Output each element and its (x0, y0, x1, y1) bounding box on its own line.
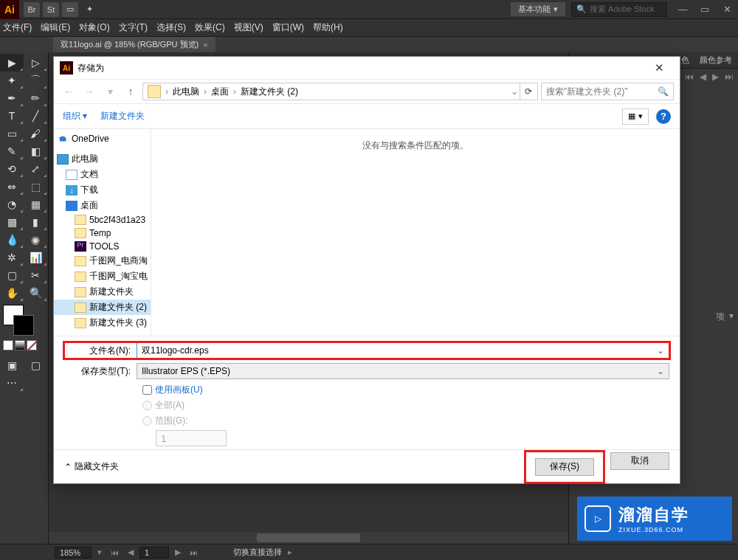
menu-window[interactable]: 窗口(W) (272, 21, 304, 34)
magic-wand-tool[interactable]: ✦ (0, 72, 24, 89)
panel-nav-last-icon[interactable]: ⏭ (725, 72, 734, 82)
tree-folder[interactable]: PrTOOLS (54, 240, 151, 253)
use-artboards-checkbox[interactable]: 使用画板(U) (142, 384, 669, 396)
organize-button[interactable]: 组织 ▾ (63, 110, 87, 122)
graph-tool[interactable]: 📊 (24, 249, 47, 266)
stock-button[interactable]: St (43, 2, 59, 17)
cancel-button[interactable]: 取消 (610, 452, 669, 470)
eraser-tool[interactable]: ◧ (24, 142, 47, 160)
dialog-close-button[interactable]: ✕ (644, 61, 674, 75)
tree-folder[interactable]: 千图网_电商淘 (54, 253, 151, 269)
symbol-sprayer-tool[interactable]: ✲ (0, 249, 24, 266)
menu-effect[interactable]: 效果(C) (195, 21, 225, 34)
perspective-tool[interactable]: ▦ (24, 196, 47, 213)
rotate-tool[interactable]: ⟲ (0, 160, 24, 178)
tree-folder-selected[interactable]: 新建文件夹 (2) (54, 300, 151, 315)
nav-up-button[interactable]: ↑ (122, 83, 139, 100)
breadcrumb-desktop[interactable]: 桌面 (208, 86, 232, 98)
stock-search-input[interactable]: 🔍搜索 Adobe Stock (571, 2, 667, 17)
screen-mode-full[interactable]: ▢ (24, 356, 47, 374)
document-tab[interactable]: 双11logo.ai @ 185% (RGB/GPU 预览) × (53, 37, 215, 52)
eyedropper-tool[interactable]: 💧 (0, 231, 24, 249)
chevron-right-icon[interactable]: › (202, 86, 208, 97)
panel-menu-icon[interactable]: ▾ (729, 311, 734, 323)
tree-folder[interactable]: Temp (54, 227, 151, 240)
gradient-tool[interactable]: ▮ (24, 213, 47, 231)
new-folder-button[interactable]: 新建文件夹 (100, 110, 145, 122)
workspace-dropdown[interactable]: 基本功能▾ (511, 2, 565, 16)
rectangle-tool[interactable]: ▭ (0, 125, 24, 142)
arrange-button[interactable]: ▭ (62, 2, 78, 17)
hand-tool[interactable]: ✋ (0, 284, 24, 302)
nav-forward-button[interactable]: → (80, 83, 98, 100)
menu-file[interactable]: 文件(F) (3, 21, 32, 34)
tree-documents[interactable]: 文档 (54, 167, 151, 182)
direct-selection-tool[interactable]: ▷ (24, 54, 47, 72)
panel-nav-next-icon[interactable]: ▶ (712, 72, 719, 82)
tree-folder[interactable]: 新建文件夹 (3) (54, 315, 151, 331)
artboard-last-icon[interactable]: ⏭ (187, 548, 201, 557)
nav-back-button[interactable]: ← (60, 83, 77, 100)
menu-object[interactable]: 对象(O) (79, 21, 109, 34)
line-tool[interactable]: ╱ (24, 107, 47, 125)
curvature-tool[interactable]: ✏ (24, 89, 47, 107)
close-tab-icon[interactable]: × (203, 41, 207, 49)
color-swatch[interactable] (0, 302, 48, 353)
panel-nav-prev-icon[interactable]: ◀ (700, 72, 706, 82)
shaper-tool[interactable]: ✎ (0, 142, 24, 160)
tree-folder[interactable]: 5bc2f43d1a23 (54, 213, 151, 227)
artboard-prev-icon[interactable]: ◀ (125, 547, 137, 557)
tree-desktop[interactable]: 桌面 (54, 198, 151, 213)
paintbrush-tool[interactable]: 🖌 (24, 125, 47, 142)
breadcrumb-dropdown-icon[interactable]: ⌄ (509, 86, 520, 97)
tree-folder[interactable]: 新建文件夹 (54, 284, 151, 300)
artboard-first-icon[interactable]: ⏮ (108, 548, 122, 557)
chevron-right-icon[interactable]: › (164, 86, 170, 97)
menu-type[interactable]: 文字(T) (119, 21, 148, 34)
dialog-search-input[interactable]: 搜索"新建文件夹 (2)" 🔍 (541, 83, 674, 100)
save-button[interactable]: 保存(S) (535, 458, 594, 476)
tree-folder[interactable]: 千图网_淘宝电 (54, 269, 151, 284)
stroke-swatch[interactable] (13, 315, 34, 336)
status-hint-dropdown-icon[interactable]: ▸ (285, 547, 295, 557)
tree-thispc[interactable]: 此电脑 (54, 151, 151, 167)
filename-input[interactable]: 双11logo-cdr.eps⌄ (137, 342, 669, 359)
chevron-down-icon[interactable]: ⌄ (657, 345, 664, 356)
menu-help[interactable]: 帮助(H) (313, 21, 343, 34)
menu-select[interactable]: 选择(S) (156, 21, 186, 34)
breadcrumb[interactable]: › 此电脑 › 桌面 › 新建文件夹 (2) ⌄ ⟳ (142, 83, 538, 100)
zoom-dropdown-icon[interactable]: ▾ (94, 547, 105, 557)
nav-recent-dropdown[interactable]: ▾ (101, 83, 119, 100)
artboard-tool[interactable]: ▢ (0, 266, 24, 284)
edit-toolbar[interactable]: ⋯ (0, 374, 24, 392)
refresh-button[interactable]: ⟳ (520, 83, 536, 100)
menu-edit[interactable]: 编辑(E) (41, 21, 70, 34)
view-mode-button[interactable]: ▦ ▾ (622, 108, 649, 125)
gpu-button[interactable]: ✦ (81, 2, 97, 17)
artboard-next-icon[interactable]: ▶ (172, 547, 184, 557)
zoom-input[interactable]: 185% (55, 547, 92, 559)
menu-view[interactable]: 视图(V) (234, 21, 263, 34)
help-button[interactable]: ? (656, 109, 671, 124)
hide-folders-button[interactable]: ⌃隐藏文件夹 (64, 460, 119, 473)
breadcrumb-folder[interactable]: 新建文件夹 (2) (238, 86, 301, 98)
pen-tool[interactable]: ✒ (0, 89, 24, 107)
zoom-tool[interactable]: 🔍 (24, 284, 47, 302)
close-button[interactable]: ✕ (716, 2, 738, 17)
panel-tab-colorguide[interactable]: 颜色参考 (695, 53, 737, 67)
panel-nav-first-icon[interactable]: ⏮ (685, 72, 694, 82)
filetype-dropdown[interactable]: Illustrator EPS (*.EPS)⌄ (137, 363, 669, 379)
scale-tool[interactable]: ⤢ (24, 160, 47, 178)
maximize-button[interactable]: ▭ (694, 2, 716, 17)
blend-tool[interactable]: ◉ (24, 231, 47, 249)
screen-mode-normal[interactable]: ▣ (0, 356, 24, 374)
artboard-input[interactable]: 1 (139, 547, 169, 559)
free-transform-tool[interactable]: ⬚ (24, 178, 47, 196)
chevron-right-icon[interactable]: › (232, 86, 238, 97)
bridge-button[interactable]: Br (24, 2, 40, 17)
chevron-down-icon[interactable]: ⌄ (657, 366, 664, 376)
type-tool[interactable]: T (0, 107, 24, 125)
lasso-tool[interactable]: ⌒ (24, 72, 47, 89)
slice-tool[interactable]: ✂ (24, 266, 47, 284)
shape-builder-tool[interactable]: ◔ (0, 196, 24, 213)
